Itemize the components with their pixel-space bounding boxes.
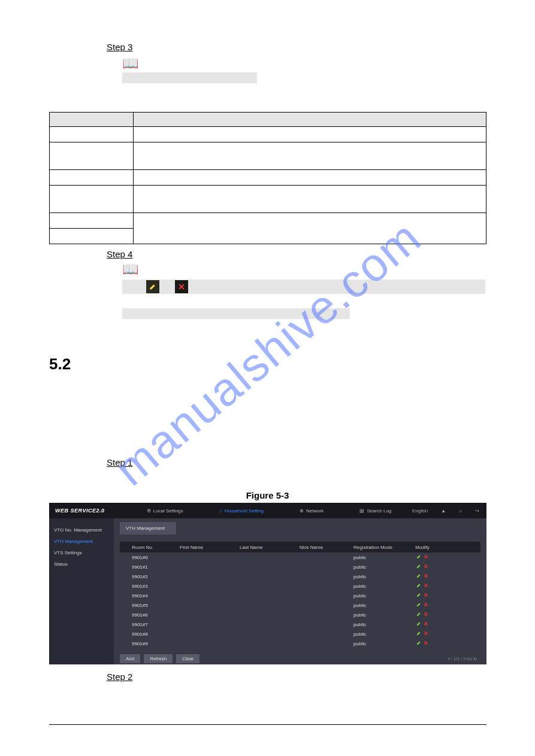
- delete-icon[interactable]: [424, 583, 428, 589]
- nav-network[interactable]: ⊕Network: [300, 508, 324, 514]
- table-row: 9901#2public: [120, 572, 480, 581]
- room-no-cell: 9901#1: [132, 564, 180, 570]
- sidebar-item-vth[interactable]: VTH Management: [49, 536, 114, 547]
- room-no-cell: 9901#8: [132, 631, 180, 637]
- language-selector[interactable]: English: [412, 508, 428, 514]
- room-no-cell: 9901#9: [132, 641, 180, 646]
- logout-icon[interactable]: ↪: [475, 508, 479, 514]
- room-no-cell: 9901#2: [132, 574, 180, 579]
- sidebar-item-status[interactable]: Status: [49, 558, 114, 570]
- step2-label: Step 2: [107, 672, 132, 682]
- delete-icon[interactable]: [424, 612, 428, 618]
- col-nick-name: Nick Name: [300, 545, 353, 550]
- edit-icon[interactable]: [416, 593, 421, 599]
- table-row: 9901#1public: [120, 562, 480, 572]
- redacted-block: [122, 72, 257, 83]
- table-row: 9901#6public: [120, 610, 480, 620]
- reg-mode-cell: public: [353, 631, 407, 637]
- reg-mode-cell: public: [353, 622, 407, 627]
- edit-icon[interactable]: [416, 583, 421, 589]
- delete-icon[interactable]: [424, 621, 428, 627]
- reg-mode-cell: public: [353, 555, 407, 560]
- table-row: 9901#3public: [120, 581, 480, 591]
- edit-icon[interactable]: [416, 602, 421, 608]
- user-icon[interactable]: ▲: [441, 508, 446, 514]
- sidebar-item-vts[interactable]: VTS Settings: [49, 547, 114, 558]
- table-row: 9901#4public: [120, 591, 480, 600]
- tab-vth-management[interactable]: VTH Management: [120, 522, 176, 535]
- reg-mode-cell: public: [353, 603, 407, 608]
- edit-icon[interactable]: [416, 564, 421, 570]
- reg-mode-cell: public: [353, 593, 407, 599]
- redacted-block-long: [122, 308, 350, 319]
- add-button[interactable]: Add: [120, 654, 140, 663]
- delete-icon[interactable]: [424, 602, 428, 608]
- table-row: 9901#8public: [120, 629, 480, 639]
- edit-icon[interactable]: [416, 612, 421, 618]
- ss-logo: WEB SERVICE2.0: [55, 508, 105, 514]
- col-room-no: Room No.: [132, 545, 180, 550]
- room-no-cell: 9901#4: [132, 593, 180, 599]
- delete-icon[interactable]: [424, 554, 428, 560]
- nav-local-settings[interactable]: ⚙Local Settings: [147, 508, 183, 514]
- pagination[interactable]: « ‹ 1/1 › » Go to: [448, 657, 477, 661]
- icon-example-row: [122, 280, 485, 294]
- delete-icon[interactable]: [424, 593, 428, 599]
- room-no-cell: 9901#6: [132, 612, 180, 618]
- col-first-name: First Name: [180, 545, 240, 550]
- clear-button[interactable]: Clear: [176, 654, 200, 663]
- nav-household-setting[interactable]: ⌂Household Setting: [219, 508, 264, 514]
- step4-label: Step 4: [107, 249, 132, 259]
- col-modify: Modify: [407, 545, 437, 550]
- delete-icon[interactable]: [424, 564, 428, 570]
- section-number: 5.2: [49, 355, 486, 374]
- table-row: 9901#7public: [120, 620, 480, 629]
- delete-icon[interactable]: [424, 640, 428, 646]
- screenshot-figure: WEB SERVICE2.0 ⚙Local Settings ⌂Househol…: [49, 503, 486, 664]
- refresh-button[interactable]: Refresh: [144, 654, 173, 663]
- room-no-cell: 9901#0: [132, 555, 180, 560]
- reg-mode-cell: public: [353, 612, 407, 618]
- reg-mode-cell: public: [353, 564, 407, 570]
- room-no-cell: 9901#7: [132, 622, 180, 627]
- room-no-cell: 9901#5: [132, 603, 180, 608]
- home-icon[interactable]: ⌂: [459, 508, 462, 514]
- nav-search-log[interactable]: ▤Search Log: [359, 508, 391, 514]
- ss-header: WEB SERVICE2.0 ⚙Local Settings ⌂Househol…: [49, 503, 486, 518]
- ss-table: Room No. First Name Last Name Nick Name …: [120, 542, 480, 648]
- reg-mode-cell: public: [353, 641, 407, 646]
- figure-caption: Figure 5-3: [49, 490, 486, 500]
- reg-mode-cell: public: [353, 584, 407, 589]
- footer-rule: [49, 724, 486, 725]
- edit-icon: [146, 280, 159, 293]
- delete-icon[interactable]: [424, 631, 428, 637]
- table-row: 9901#5public: [120, 600, 480, 610]
- delete-icon: [175, 280, 188, 293]
- parameter-table: [49, 112, 486, 244]
- edit-icon[interactable]: [416, 621, 421, 627]
- edit-icon[interactable]: [416, 554, 421, 560]
- reg-mode-cell: public: [353, 574, 407, 579]
- edit-icon[interactable]: [416, 573, 421, 579]
- edit-icon[interactable]: [416, 631, 421, 637]
- col-registration-mode: Registration Mode: [353, 545, 407, 550]
- room-no-cell: 9901#3: [132, 584, 180, 589]
- ss-sidebar: VTO No. Management VTH Management VTS Se…: [49, 518, 114, 664]
- step3-label: Step 3: [107, 42, 132, 52]
- table-row: 9901#0public: [120, 552, 480, 562]
- col-last-name: Last Name: [240, 545, 300, 550]
- book-icon: 📖: [122, 56, 486, 71]
- sidebar-item-vto[interactable]: VTO No. Management: [49, 524, 114, 536]
- step1-label: Step 1: [107, 457, 132, 467]
- edit-icon[interactable]: [416, 640, 421, 646]
- book-icon: 📖: [122, 262, 486, 277]
- table-row: 9901#9public: [120, 639, 480, 648]
- delete-icon[interactable]: [424, 573, 428, 579]
